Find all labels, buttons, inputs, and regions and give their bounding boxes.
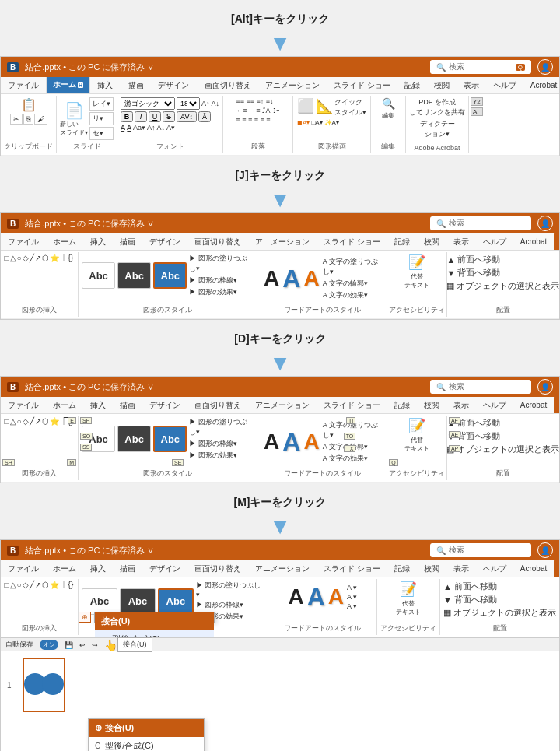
tab-record-3[interactable]: 記録	[387, 397, 417, 413]
select-item-4[interactable]: ▦ オブジェクトの選択と表示	[443, 607, 556, 619]
search-box-4[interactable]: 🔍 検索	[430, 543, 531, 557]
cut-btn[interactable]: ✂	[10, 114, 23, 125]
tab-record-1[interactable]: 記録	[397, 77, 427, 93]
tab-home-4[interactable]: ホーム	[46, 560, 83, 577]
section-btn[interactable]: セ▾	[89, 127, 114, 140]
tab-draw-4[interactable]: 描画	[113, 560, 142, 577]
underline-btn[interactable]: U	[149, 111, 161, 122]
dictate-btn[interactable]: ディクテーション▾	[420, 119, 455, 139]
alt-text-icon-4[interactable]: 📝	[400, 581, 417, 598]
wordart-a-orange-4[interactable]: A	[328, 586, 344, 608]
tab-view-1[interactable]: 表示	[457, 77, 486, 93]
format-paint-btn[interactable]: 🖌	[34, 114, 47, 125]
tab-design-3[interactable]: デザイン	[142, 397, 187, 413]
undo-icon[interactable]: ↩	[79, 641, 86, 649]
redo-icon[interactable]: ↪	[92, 641, 98, 649]
back-item-2[interactable]: ▼ 背面へ移動	[446, 267, 559, 279]
tab-insert-1[interactable]: 挿入	[90, 77, 121, 93]
alt-text-icon-2[interactable]: 📝	[408, 254, 425, 271]
tab-review-3[interactable]: 校閲	[417, 397, 446, 413]
tab-acrobat-1[interactable]: Acrobat	[523, 77, 559, 93]
tab-home-1[interactable]: ホームH	[46, 77, 90, 93]
tab-transition-2[interactable]: 画面切り替え	[187, 233, 248, 250]
tab-draw-3[interactable]: 描画	[113, 397, 142, 413]
tab-draw-1[interactable]: 描画	[121, 77, 151, 93]
wordart-a-blue-4[interactable]: A	[307, 584, 325, 609]
user-avatar-4[interactable]: 👤	[537, 542, 553, 558]
tab-help-3[interactable]: ヘルプ	[476, 397, 513, 413]
wordart-a-orange-2[interactable]: A	[303, 268, 319, 290]
tab-home-2[interactable]: ホーム	[46, 233, 83, 250]
tab-file-3[interactable]: ファイル	[1, 397, 46, 413]
tab-slideshow-2[interactable]: スライド ショー	[317, 233, 387, 250]
tab-slideshow-1[interactable]: スライド ショー	[327, 77, 397, 93]
clear-format-btn[interactable]: Ā	[198, 111, 211, 122]
outline-shape-btn-3[interactable]: ▶ 図形の枠線▾	[189, 439, 254, 449]
front-item-4[interactable]: ▲ 前面へ移動	[443, 581, 556, 592]
wordart-a-blue-3[interactable]: A	[282, 430, 300, 454]
select-item-3[interactable]: ▦ オブジェクトの選択と表示	[446, 444, 559, 455]
font-size-select[interactable]: 18	[177, 97, 200, 110]
tab-shape-format-4[interactable]: 図形の書式	[554, 560, 559, 577]
paste-icon[interactable]: 📋	[21, 97, 37, 112]
search-box-1[interactable]: 🔍 検索 Q	[430, 60, 531, 74]
tab-insert-3[interactable]: 挿入	[83, 397, 113, 413]
tab-design-4[interactable]: デザイン	[142, 560, 187, 577]
tab-slideshow-4[interactable]: スライド ショー	[317, 560, 387, 577]
abc-btn-2-2[interactable]: Abc	[117, 262, 151, 289]
front-item-2[interactable]: ▲ 前面へ移動	[446, 254, 559, 265]
tab-animation-4[interactable]: アニメーション	[248, 560, 317, 577]
abc-btn-3-2[interactable]: Abc	[153, 262, 187, 289]
fill-shape-btn-2[interactable]: ▶ 図形の塗りつぶし▾	[189, 254, 254, 274]
strikethrough-btn[interactable]: S̶	[163, 111, 175, 122]
font-family-select[interactable]: 游ゴシック 文字	[121, 97, 175, 110]
tab-view-2[interactable]: 表示	[446, 233, 476, 250]
tab-acrobat-3[interactable]: Acrobat	[513, 397, 554, 413]
new-slide-icon[interactable]: 📄	[65, 101, 84, 120]
wordart-a-black-4[interactable]: A	[288, 586, 303, 608]
tab-record-4[interactable]: 記録	[387, 560, 417, 577]
copy-btn[interactable]: ⎘	[23, 114, 33, 125]
autosave-toggle[interactable]: オン	[40, 640, 58, 650]
tab-insert-2[interactable]: 挿入	[83, 233, 113, 250]
text-effect-btn-2[interactable]: A 文字の効果▾	[323, 290, 381, 300]
tab-review-2[interactable]: 校閲	[417, 233, 446, 250]
abc-btn-1-2[interactable]: Abc	[82, 262, 115, 289]
wordart-a-black-2[interactable]: A	[264, 268, 279, 290]
tab-view-4[interactable]: 表示	[446, 560, 476, 577]
pdf-btn[interactable]: PDF を作成してリンクを共有	[409, 97, 465, 118]
abc-btn-3-3[interactable]: Abc	[153, 426, 187, 452]
save-icon[interactable]: 💾	[65, 641, 73, 649]
tab-transition-4[interactable]: 画面切り替え	[187, 560, 248, 577]
tab-design-2[interactable]: デザイン	[142, 233, 187, 250]
abc-btn-2-4[interactable]: Abc	[120, 588, 156, 615]
outline-shape-btn-4[interactable]: ▶ 図形の枠線▾	[196, 600, 264, 610]
font-dec-btn[interactable]: A↓	[212, 100, 220, 107]
wordart-a-black-3[interactable]: A	[264, 431, 279, 453]
outline-shape-btn-2[interactable]: ▶ 図形の枠線▾	[189, 275, 254, 286]
search-box-3[interactable]: 🔍 検索	[430, 380, 531, 394]
tab-transition-3[interactable]: 画面切り替え	[187, 397, 248, 413]
tab-home-3[interactable]: ホーム	[46, 397, 83, 413]
tab-design-1[interactable]: デザイン	[151, 77, 198, 93]
pointer-cursor[interactable]: 👆	[104, 639, 117, 651]
tab-view-3[interactable]: 表示	[446, 397, 476, 413]
text-outline-btn-2[interactable]: A 文字の輪郭▾	[323, 279, 381, 289]
find-icon[interactable]: 🔍	[382, 97, 395, 110]
back-item-3[interactable]: ▼ 背面へ移動	[446, 430, 559, 442]
merge-icon-4[interactable]: ⊕	[79, 612, 91, 623]
abc-btn-3-4[interactable]: Abc	[158, 588, 194, 615]
tab-animation-2[interactable]: アニメーション	[248, 233, 317, 250]
tab-help-4[interactable]: ヘルプ	[476, 560, 513, 577]
text-effect-btn-3[interactable]: A 文字の効果▾	[323, 454, 381, 464]
tab-acrobat-2[interactable]: Acrobat	[513, 233, 554, 250]
abc-btn-2-3[interactable]: Abc	[117, 426, 151, 452]
text-fill-btn-2[interactable]: A 文字の塗りつぶし▾	[323, 257, 381, 277]
tab-shape-format-3[interactable]: 図形の書式	[554, 397, 559, 413]
wordart-a-orange-3[interactable]: A	[303, 431, 319, 453]
italic-btn[interactable]: I	[135, 111, 147, 122]
shapes-icon[interactable]: ⬜	[297, 97, 314, 118]
tab-animation-1[interactable]: アニメーション	[258, 77, 327, 93]
tab-help-1[interactable]: ヘルプ	[486, 77, 523, 93]
wordart-a-blue-2[interactable]: A	[282, 266, 300, 291]
